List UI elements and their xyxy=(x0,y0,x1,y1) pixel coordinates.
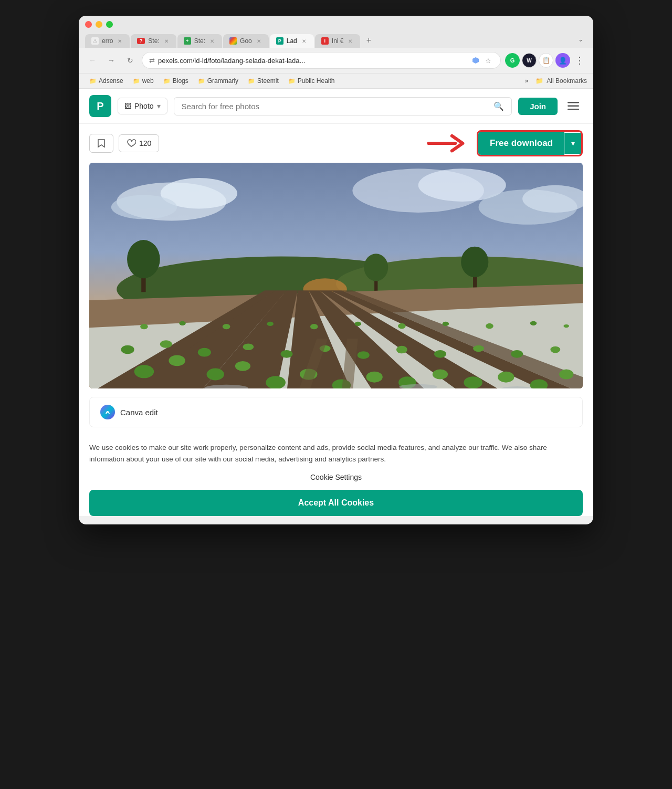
tab-red[interactable]: I Ini € ✕ xyxy=(315,34,361,48)
tab-red-close[interactable]: ✕ xyxy=(346,37,354,45)
cookie-banner: We use cookies to make our site work pro… xyxy=(89,436,583,516)
browser-action-icons: G W 📋 👤 ⋮ xyxy=(505,53,587,68)
bookmark-grammarly[interactable]: 📁 Grammarly xyxy=(194,76,243,86)
join-button[interactable]: Join xyxy=(518,98,558,115)
clipboard-ext-icon[interactable]: 📋 xyxy=(539,53,553,68)
all-bookmarks-label: All Bookmarks xyxy=(547,77,587,85)
browser-chrome: ⚠ erro ✕ 7 Ste: ✕ + Ste: ✕ Goo ✕ xyxy=(79,16,593,48)
address-bar-row: ← → ↻ ⇄ pexels.com/id-id/foto/ladang-sel… xyxy=(79,48,593,73)
more-bookmarks-icon: » xyxy=(525,77,529,85)
cookie-text: We use cookies to make our site work pro… xyxy=(89,436,583,467)
search-icon[interactable]: 🔍 xyxy=(494,101,504,111)
address-action-icons: ☆ xyxy=(470,55,494,66)
search-bar[interactable]: 🔍 xyxy=(174,97,512,115)
tab-erro-close[interactable]: ✕ xyxy=(116,37,123,45)
browser-menu-button[interactable]: ⋮ xyxy=(572,53,587,68)
photo-type-selector[interactable]: 🖼 Photo ▾ xyxy=(118,98,167,114)
tab-pexels[interactable]: P Lad ✕ xyxy=(270,34,314,48)
close-button[interactable] xyxy=(85,21,92,28)
address-bar[interactable]: ⇄ pexels.com/id-id/foto/ladang-selada-de… xyxy=(142,52,501,69)
free-download-button[interactable]: Free download xyxy=(478,132,564,155)
svg-point-48 xyxy=(281,350,293,358)
new-tab-button[interactable]: + xyxy=(361,33,376,48)
bookmarks-more-button[interactable]: » 📁 All Bookmarks xyxy=(525,77,587,85)
svg-point-52 xyxy=(434,350,446,358)
tab-pexels-close[interactable]: ✕ xyxy=(300,37,308,45)
reload-button[interactable]: ↻ xyxy=(123,53,138,68)
like-button[interactable]: 120 xyxy=(119,134,159,152)
all-bookmarks-icon: 📁 xyxy=(536,77,543,85)
folder-icon: 📁 xyxy=(248,78,255,85)
tab-erro-label: erro xyxy=(102,37,113,45)
tab-erro[interactable]: ⚠ erro ✕ xyxy=(85,34,130,48)
bookmark-adsense[interactable]: 📁 Adsense xyxy=(85,76,128,86)
bookmark-steemit[interactable]: 📁 Steemit xyxy=(244,76,283,86)
tab-steemit-1[interactable]: 7 Ste: ✕ xyxy=(131,34,176,48)
svg-point-51 xyxy=(396,346,407,354)
bookmark-web-label: web xyxy=(142,77,154,85)
bookmark-public-health[interactable]: 📁 Public Health xyxy=(284,76,339,86)
svg-rect-2 xyxy=(568,109,579,110)
bookmark-web[interactable]: 📁 web xyxy=(129,76,158,86)
tab-pexels-label: Lad xyxy=(287,37,297,45)
svg-point-63 xyxy=(443,322,449,326)
photo-type-icon: 🖼 xyxy=(124,102,131,110)
photo-area xyxy=(79,163,593,397)
wpengine-ext-icon[interactable]: W xyxy=(522,53,537,68)
tab-badge: 7 xyxy=(137,38,145,44)
svg-point-64 xyxy=(486,323,494,329)
farm-photo-svg xyxy=(89,163,583,388)
search-input[interactable] xyxy=(182,102,489,111)
tab-steemit-2-close[interactable]: ✕ xyxy=(208,37,216,45)
tab-error-icon: ⚠ xyxy=(91,37,99,45)
tab-red-icon: I xyxy=(321,37,329,45)
pexels-logo[interactable]: P xyxy=(89,95,111,117)
cookie-settings-button[interactable]: Cookie Settings xyxy=(89,467,583,488)
tab-steemit-1-label: Ste: xyxy=(148,37,159,45)
svg-rect-1 xyxy=(568,106,579,107)
back-button[interactable]: ← xyxy=(85,53,100,68)
svg-point-45 xyxy=(160,340,172,348)
bookmark-button[interactable] xyxy=(89,134,113,153)
svg-point-43 xyxy=(559,370,573,380)
bookmark-adsense-label: Adsense xyxy=(99,77,123,85)
accept-cookies-button[interactable]: Accept All Cookies xyxy=(89,490,583,516)
svg-point-65 xyxy=(530,321,537,325)
tab-google[interactable]: Goo ✕ xyxy=(223,34,269,48)
folder-icon: 📁 xyxy=(133,78,140,85)
tab-steemit-1-close[interactable]: ✕ xyxy=(163,37,170,45)
svg-point-37 xyxy=(366,372,382,383)
like-count: 120 xyxy=(139,139,151,148)
main-photo xyxy=(89,163,583,388)
bookmark-blogs[interactable]: 📁 Blogs xyxy=(159,76,193,86)
canva-edit-bar[interactable]: Canva edit xyxy=(89,397,583,427)
svg-point-50 xyxy=(358,351,370,359)
download-dropdown-button[interactable]: ▾ xyxy=(564,133,581,154)
profile-avatar[interactable]: 👤 xyxy=(555,53,570,68)
svg-point-32 xyxy=(207,369,224,381)
forward-button[interactable]: → xyxy=(104,53,119,68)
tab-google-label: Goo xyxy=(240,37,252,45)
svg-point-33 xyxy=(235,361,250,371)
svg-point-54 xyxy=(511,350,523,358)
address-text: pexels.com/id-id/foto/ladang-selada-deka… xyxy=(158,57,467,65)
tab-google-icon xyxy=(229,37,237,45)
tab-steemit-2-label: Ste: xyxy=(194,37,205,45)
tab-google-close[interactable]: ✕ xyxy=(255,37,262,45)
grammarly-ext-icon[interactable]: G xyxy=(505,53,520,68)
translate-icon[interactable] xyxy=(470,55,481,66)
minimize-button[interactable] xyxy=(96,21,102,28)
fullscreen-button[interactable] xyxy=(106,21,113,28)
svg-point-56 xyxy=(140,324,148,329)
page-content: P 🖼 Photo ▾ 🔍 Join xyxy=(79,89,593,516)
tab-steemit-2[interactable]: + Ste: ✕ xyxy=(177,34,222,48)
folder-icon: 📁 xyxy=(163,78,171,85)
bookmark-star-icon[interactable]: ☆ xyxy=(483,55,494,66)
hamburger-menu-button[interactable] xyxy=(564,97,583,115)
site-info-icon: ⇄ xyxy=(149,57,155,65)
bookmark-steemit-label: Steemit xyxy=(257,77,279,85)
svg-point-46 xyxy=(198,348,211,357)
svg-point-57 xyxy=(179,321,186,325)
tab-overflow-button[interactable]: ⌄ xyxy=(574,33,587,46)
folder-icon: 📁 xyxy=(288,78,296,85)
